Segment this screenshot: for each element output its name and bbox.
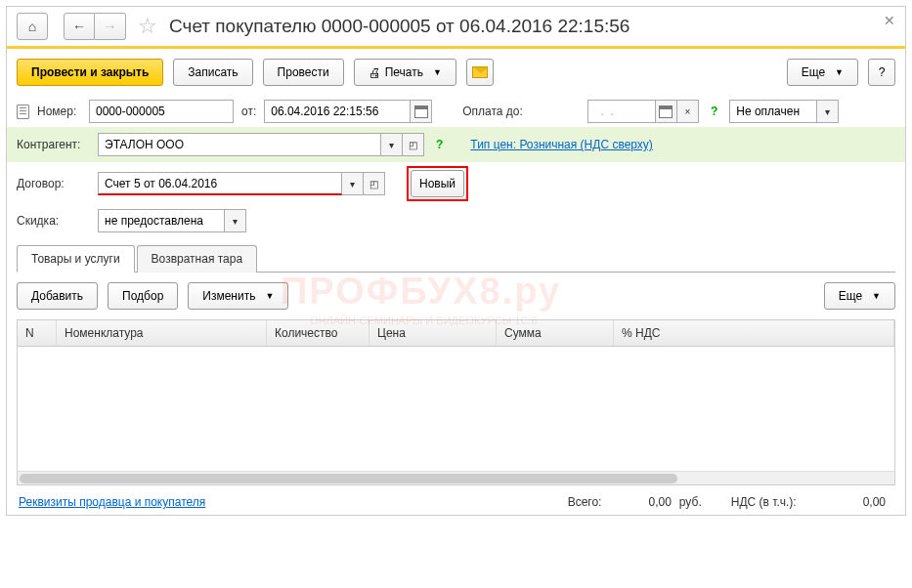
- dropdown-button[interactable]: ▾: [342, 172, 364, 195]
- new-button-highlight: Новый: [407, 166, 468, 201]
- add-row-button[interactable]: Добавить: [17, 282, 98, 310]
- window-title: Счет покупателю 0000-000005 от 06.04.201…: [169, 16, 630, 37]
- contract-input[interactable]: [98, 172, 342, 195]
- tab-returnable-tare[interactable]: Возвратная тара: [137, 245, 258, 273]
- dropdown-button[interactable]: ▾: [381, 133, 403, 156]
- status-select[interactable]: [729, 100, 817, 123]
- envelope-icon: [472, 66, 488, 78]
- open-button[interactable]: ◰: [364, 172, 385, 195]
- contract-label: Договор:: [17, 177, 90, 190]
- items-table[interactable]: N Номенклатура Количество Цена Сумма % Н…: [17, 319, 895, 485]
- col-vat: % НДС: [614, 320, 894, 346]
- discount-select[interactable]: [98, 209, 225, 232]
- document-icon: [17, 105, 29, 119]
- vat-value: 0,00: [863, 495, 886, 509]
- chevron-down-icon: ▼: [265, 291, 274, 301]
- chevron-down-icon: ▼: [433, 67, 442, 77]
- discount-label: Скидка:: [17, 214, 90, 228]
- chevron-down-icon: ▼: [872, 291, 881, 301]
- dropdown-button[interactable]: ▾: [225, 209, 246, 232]
- table-more-button[interactable]: Еще▼: [824, 282, 895, 310]
- counterparty-label: Контрагент:: [17, 138, 90, 151]
- favorite-star-icon[interactable]: ☆: [138, 14, 157, 39]
- pay-until-input[interactable]: [587, 100, 656, 123]
- forward-button[interactable]: →: [95, 13, 126, 40]
- print-button[interactable]: 🖨Печать▼: [354, 59, 456, 86]
- date-label: от:: [241, 105, 256, 118]
- col-sum: Сумма: [497, 320, 614, 346]
- col-nomenclature: Номенклатура: [57, 320, 267, 346]
- col-n: N: [18, 320, 57, 346]
- number-input[interactable]: [89, 100, 234, 123]
- price-type-link[interactable]: Тип цен: Розничная (НДС сверху): [470, 138, 653, 151]
- post-and-close-button[interactable]: Провести и закрыть: [17, 59, 163, 86]
- col-price: Цена: [369, 320, 497, 346]
- accent-divider: [7, 46, 905, 49]
- tab-goods[interactable]: Товары и услуги: [17, 245, 135, 273]
- col-quantity: Количество: [267, 320, 369, 346]
- total-value: 0,00: [648, 495, 671, 509]
- open-button[interactable]: ◰: [403, 133, 424, 156]
- vat-label: НДС (в т.ч.):: [731, 495, 797, 509]
- more-button[interactable]: Еще▼: [787, 59, 858, 86]
- calendar-button[interactable]: [411, 100, 432, 123]
- number-label: Номер:: [37, 105, 81, 118]
- help-icon[interactable]: ?: [707, 105, 721, 118]
- close-button[interactable]: ✕: [884, 13, 895, 28]
- date-input[interactable]: [264, 100, 411, 123]
- counterparty-input[interactable]: [98, 133, 381, 156]
- calendar-icon: [659, 105, 673, 118]
- printer-icon: 🖨: [369, 65, 381, 80]
- seller-buyer-link[interactable]: Реквизиты продавца и покупателя: [19, 495, 205, 509]
- calendar-icon: [414, 105, 428, 118]
- calendar-button[interactable]: [656, 100, 677, 123]
- new-contract-button[interactable]: Новый: [411, 170, 464, 197]
- clear-button[interactable]: ×: [677, 100, 699, 123]
- email-button[interactable]: [466, 59, 494, 86]
- edit-button[interactable]: Изменить▼: [188, 282, 288, 310]
- save-button[interactable]: Записать: [173, 59, 252, 86]
- horizontal-scrollbar[interactable]: [18, 471, 894, 484]
- dropdown-button[interactable]: ▾: [817, 100, 839, 123]
- total-label: Всего:: [568, 495, 602, 509]
- home-button[interactable]: ⌂: [17, 13, 48, 40]
- post-button[interactable]: Провести: [263, 59, 344, 86]
- help-icon[interactable]: ?: [432, 138, 447, 151]
- pay-until-label: Оплата до:: [462, 105, 523, 118]
- currency-label: руб.: [679, 495, 702, 509]
- chevron-down-icon: ▼: [835, 67, 844, 77]
- help-button[interactable]: ?: [868, 59, 895, 86]
- pick-button[interactable]: Подбор: [108, 282, 178, 310]
- back-button[interactable]: ←: [64, 13, 95, 40]
